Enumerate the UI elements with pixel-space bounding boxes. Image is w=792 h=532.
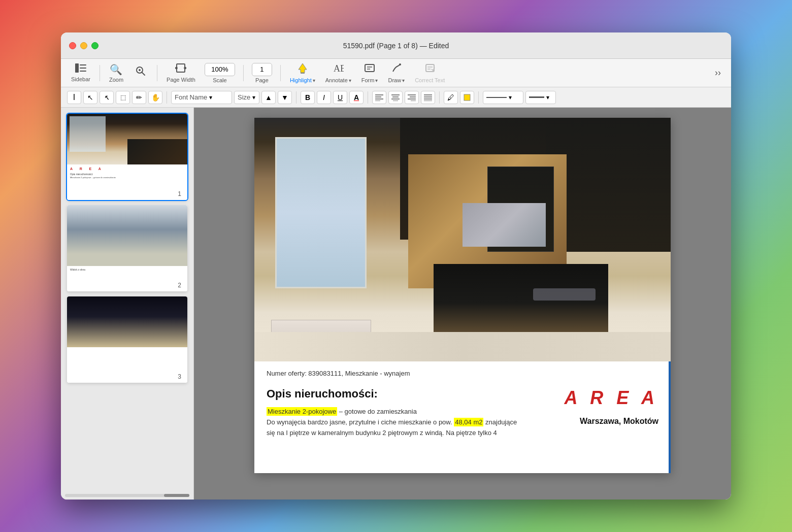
scrollbar-thumb[interactable] (164, 494, 189, 497)
paragraph2-post: znajdujące (483, 418, 517, 426)
correct-text-button[interactable]: Correct Text (411, 60, 449, 85)
titlebar: 51590.pdf (Page 1 of 8) — Edited (61, 32, 731, 59)
page-width-icon (175, 63, 186, 76)
page-width-button[interactable]: Page Width (162, 61, 200, 85)
sep4 (280, 65, 281, 81)
select-arrow-button[interactable]: ↖ (83, 91, 97, 104)
svg-rect-3 (80, 71, 86, 72)
draw-button[interactable]: Draw ▾ (384, 60, 409, 85)
svg-rect-14 (365, 64, 374, 72)
zoom-in-icon (136, 66, 146, 79)
svg-rect-2 (80, 68, 86, 69)
font-family-select[interactable]: Font Name ▾ (171, 91, 232, 104)
page-label: Page (255, 77, 269, 83)
highlight-color-button[interactable]: 🖊 (444, 91, 458, 104)
line-style-select[interactable]: ▾ (483, 91, 523, 104)
sidebar-panel: A R E A Opis nieruchomości: Mieszkanie 2… (61, 108, 194, 500)
fill-color-button[interactable] (460, 91, 474, 104)
highlight-1: Mieszkanie 2-pokojowe (267, 407, 337, 416)
highlight-label: Highlight (290, 77, 312, 83)
sep2 (157, 65, 157, 81)
zoom-out-label: Zoom (109, 77, 123, 83)
annotate-button[interactable]: AB Annotate ▾ (321, 60, 355, 85)
marquee-select-button[interactable]: ⬚ (116, 91, 130, 104)
thumb1-desc: Mieszkanie 2-pokojowe – gotowe do zamies… (70, 176, 184, 179)
decrease-size-button[interactable]: ▼ (278, 91, 292, 104)
close-button[interactable] (69, 42, 76, 49)
fmt-sep2 (296, 91, 296, 104)
window-title: 51590.pdf (Page 1 of 8) — Edited (343, 42, 449, 50)
fmt-sep3 (368, 91, 368, 104)
thumb1-text-content: Opis nieruchomości: (70, 173, 184, 176)
main-window: 51590.pdf (Page 1 of 8) — Edited Sidebar… (61, 32, 731, 500)
form-chevron: ▾ (375, 78, 378, 83)
thumb2-number: 2 (176, 281, 183, 289)
svg-point-17 (399, 63, 401, 65)
minimize-button[interactable] (80, 42, 87, 49)
align-left-button[interactable] (372, 91, 386, 104)
svg-rect-8 (177, 64, 185, 72)
zoom-out-button[interactable]: 🔍 Zoom (105, 61, 127, 85)
italic-button[interactable]: I (317, 91, 331, 104)
page-group: Page (249, 61, 275, 85)
more-tools-button[interactable]: ›› (711, 65, 725, 80)
annotate-chevron: ▾ (349, 78, 351, 83)
pdf-kitchen-image (254, 118, 671, 361)
page-input[interactable] (252, 63, 272, 76)
text-cursor-button[interactable]: I (67, 91, 81, 104)
zoom-in-button[interactable] (129, 64, 152, 82)
font-size-chevron: ▾ (252, 94, 255, 101)
align-justify-button[interactable] (421, 91, 435, 104)
maximize-button[interactable] (91, 42, 98, 49)
font-size-select[interactable]: Size ▾ (234, 91, 259, 104)
scale-label: Scale (213, 77, 227, 83)
correct-text-icon (424, 62, 436, 76)
line-weight-select[interactable]: ▾ (525, 91, 556, 104)
zoom-out-icon: 🔍 (110, 63, 122, 76)
draw-chevron: ▾ (402, 78, 405, 83)
section-title: Opis nieruchomości: (267, 387, 547, 401)
correct-text-label: Correct Text (415, 77, 445, 83)
page-thumb-3[interactable]: 3 (67, 296, 187, 383)
paragraph2: Do wynajęcia bardzo jasne, przytulne i c… (267, 417, 547, 428)
pencil-button[interactable]: ✏ (132, 91, 146, 104)
thumb3-image (67, 296, 187, 383)
thumb2-text-content: Widok z okna (67, 266, 187, 273)
logo-r: R (590, 387, 607, 408)
pdf-logo-area: A R E A Warszawa, Mokotów (557, 387, 658, 426)
bold-button[interactable]: B (301, 91, 315, 104)
pdf-viewer[interactable]: Numer oferty: 839083111, Mieszkanie - wy… (194, 108, 731, 500)
underline-button[interactable]: U (333, 91, 347, 104)
fmt-sep1 (167, 91, 167, 104)
form-button[interactable]: Form ▾ (357, 60, 382, 85)
scrollbar-track[interactable] (65, 494, 189, 497)
main-toolbar: Sidebar 🔍 Zoom (61, 59, 731, 87)
draw-icon (391, 62, 402, 76)
area-logo: A R E A (557, 387, 658, 409)
scale-input[interactable]: 100% (205, 63, 235, 76)
format-bar: I ↖ ↖ ⬚ ✏ ✋ Font Name ▾ Size ▾ ▲ ▼ B I U… (61, 87, 731, 108)
highlight-chevron: ▾ (313, 78, 315, 83)
thumb1-number: 1 (176, 190, 183, 198)
select-text-button[interactable]: ↖ (100, 91, 114, 104)
traffic-lights (69, 42, 98, 49)
pdf-page: Numer oferty: 839083111, Mieszkanie - wy… (254, 118, 671, 473)
paragraph1-mid: – gotowe do zamieszkania (337, 408, 417, 415)
increase-size-button[interactable]: ▲ (261, 91, 276, 104)
main-content: A R E A Opis nieruchomości: Mieszkanie 2… (61, 108, 731, 500)
hand-button[interactable]: ✋ (148, 91, 162, 104)
page-thumb-1[interactable]: A R E A Opis nieruchomości: Mieszkanie 2… (67, 114, 187, 200)
page-thumb-2[interactable]: Widok z okna 2 (67, 205, 187, 291)
annotate-label: Annotate (325, 77, 348, 83)
pdf-text-area: Numer oferty: 839083111, Mieszkanie - wy… (254, 361, 671, 446)
align-right-button[interactable] (405, 91, 419, 104)
form-label: Form (361, 77, 375, 83)
svg-rect-1 (80, 64, 86, 65)
highlight-button[interactable]: Highlight ▾ (286, 60, 319, 85)
align-center-button[interactable] (388, 91, 403, 104)
svg-rect-37 (464, 94, 470, 101)
highlight-2: 48,04 m2 (454, 418, 483, 426)
sidebar-button[interactable]: Sidebar (67, 61, 94, 84)
line-style-chevron: ▾ (509, 94, 512, 101)
text-color-button[interactable]: A (349, 91, 364, 104)
